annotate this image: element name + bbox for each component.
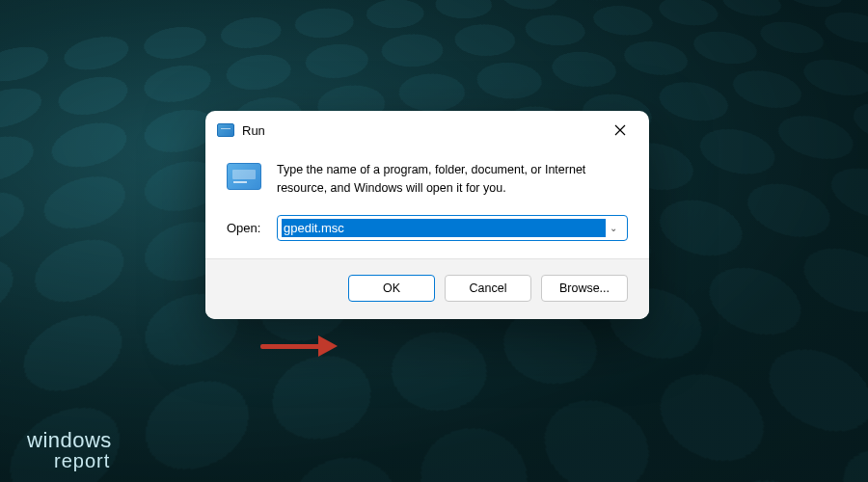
- watermark-line1: windows: [27, 430, 112, 451]
- open-input-value[interactable]: gpedit.msc: [282, 219, 606, 237]
- watermark-logo: windows report: [27, 430, 112, 470]
- dialog-title: Run: [242, 123, 601, 138]
- chevron-down-icon[interactable]: ⌄: [606, 223, 621, 233]
- open-combobox[interactable]: gpedit.msc ⌄: [277, 215, 628, 241]
- description-row: Type the name of a program, folder, docu…: [227, 161, 628, 198]
- run-dialog: Run Type the name of a program, folder, …: [205, 111, 649, 319]
- close-button[interactable]: [601, 117, 639, 144]
- dialog-titlebar[interactable]: Run: [205, 111, 649, 147]
- description-text: Type the name of a program, folder, docu…: [277, 161, 628, 198]
- open-input-row: Open: gpedit.msc ⌄: [227, 215, 628, 241]
- dialog-footer: OK Cancel Browse...: [205, 259, 649, 319]
- browse-button[interactable]: Browse...: [541, 275, 628, 302]
- open-label: Open:: [227, 221, 263, 235]
- cancel-button[interactable]: Cancel: [445, 275, 531, 302]
- ok-button[interactable]: OK: [348, 275, 435, 302]
- watermark-line2: report: [27, 451, 112, 470]
- close-icon: [614, 124, 626, 136]
- dialog-body: Type the name of a program, folder, docu…: [205, 147, 649, 259]
- run-icon: [227, 163, 261, 190]
- run-titlebar-icon: [217, 123, 234, 137]
